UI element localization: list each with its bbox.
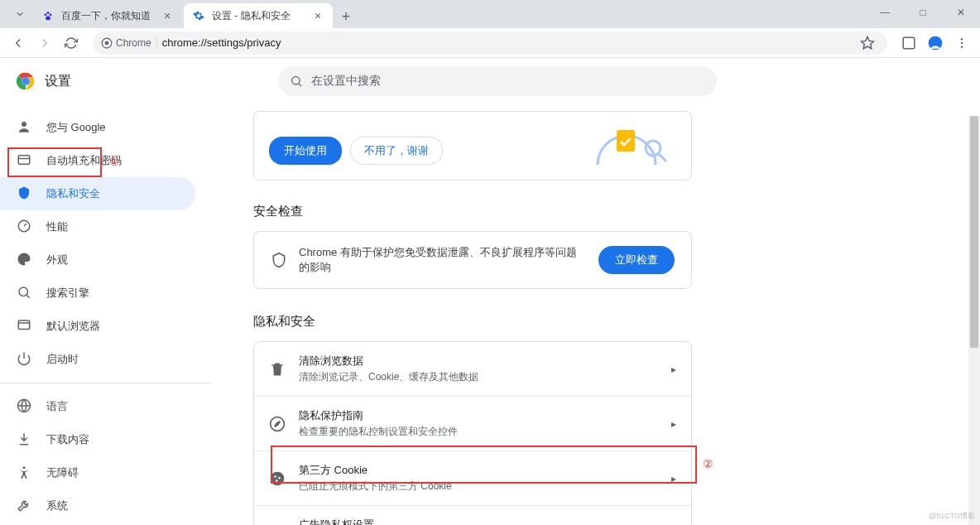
tab-list-dropdown[interactable] bbox=[10, 4, 30, 24]
sidebar-item-power[interactable]: 启动时 bbox=[0, 343, 195, 376]
search-placeholder: 在设置中搜索 bbox=[311, 74, 381, 89]
svg-point-16 bbox=[22, 78, 29, 84]
chevron-right-icon: ▸ bbox=[671, 364, 676, 375]
tab-settings[interactable]: 设置 - 隐私和安全 × bbox=[184, 3, 333, 28]
svg-point-40 bbox=[278, 476, 281, 479]
bookmark-star-icon[interactable] bbox=[856, 31, 879, 55]
svg-rect-33 bbox=[617, 130, 635, 152]
sidebar-item-label: 默认浏览器 bbox=[46, 319, 100, 334]
annotation-label-1: ① bbox=[109, 155, 120, 169]
kebab-menu-button[interactable] bbox=[950, 31, 973, 55]
privacy-row-compass[interactable]: 隐私保护指南检查重要的隐私控制设置和安全控件▸ bbox=[254, 397, 691, 451]
privacy-list: 清除浏览数据清除浏览记录、Cookie、缓存及其他数据▸隐私保护指南检查重要的隐… bbox=[253, 341, 692, 525]
safety-check-button[interactable]: 立即检查 bbox=[598, 246, 675, 274]
settings-header: 设置 在设置中搜索 bbox=[0, 58, 980, 104]
sidebar-item-label: 您与 Google bbox=[46, 120, 106, 135]
sidebar-item-browser[interactable]: 默认浏览器 bbox=[0, 310, 195, 343]
sidebar-item-autofill[interactable]: 自动填充和密码 bbox=[0, 144, 195, 177]
minimize-button[interactable]: ― bbox=[866, 0, 904, 25]
sidebar-item-label: 隐私和安全 bbox=[46, 186, 100, 201]
chrome-logo-icon bbox=[17, 72, 35, 90]
svg-point-24 bbox=[19, 287, 28, 296]
settings-content[interactable]: 开始使用 不用了，谢谢 安全检查 Chrome 有助于保护您免受数据泄露、不良扩… bbox=[212, 58, 980, 525]
maximize-button[interactable]: □ bbox=[904, 0, 942, 25]
settings-search[interactable]: 在设置中搜索 bbox=[278, 66, 717, 96]
shield-icon bbox=[17, 185, 31, 203]
speed-icon bbox=[17, 219, 31, 236]
svg-point-30 bbox=[23, 466, 26, 469]
svg-point-11 bbox=[961, 41, 963, 43]
annotation-label-2: ② bbox=[703, 457, 713, 471]
privacy-row-cookie[interactable]: 第三方 Cookie已阻止无痕模式下的第三方 Cookie▸ bbox=[254, 451, 691, 506]
sidebar-item-label: 无障碍 bbox=[46, 465, 79, 480]
tab-title: 百度一下，你就知道 bbox=[61, 9, 161, 23]
tab-close-icon[interactable]: × bbox=[311, 9, 324, 22]
row-desc: 检查重要的隐私控制设置和安全控件 bbox=[299, 425, 658, 439]
privacy-row-ads[interactable]: 广告隐私权设置自定义要让网站使用什么信息向您展示广告▸ bbox=[254, 506, 691, 525]
tab-bar: 百度一下，你就知道 × 设置 - 隐私和安全 × + ― □ ✕ bbox=[0, 0, 980, 28]
palette-icon bbox=[17, 252, 31, 269]
back-button[interactable] bbox=[7, 31, 30, 55]
baidu-favicon-icon bbox=[41, 9, 55, 22]
row-title: 隐私保护指南 bbox=[299, 408, 658, 423]
settings-sidebar: 您与 Google自动填充和密码隐私和安全性能外观搜索引擎默认浏览器启动时语言下… bbox=[0, 58, 212, 525]
sidebar-item-download[interactable]: 下载内容 bbox=[0, 423, 195, 456]
svg-rect-26 bbox=[18, 320, 30, 330]
svg-point-39 bbox=[274, 475, 276, 478]
globe-icon bbox=[17, 398, 31, 416]
watermark: @51CTO博客 bbox=[929, 511, 975, 522]
sidebar-item-speed[interactable]: 性能 bbox=[0, 210, 195, 243]
close-window-button[interactable]: ✕ bbox=[942, 0, 980, 25]
svg-line-25 bbox=[26, 295, 29, 297]
row-title: 广告隐私权设置 bbox=[299, 518, 658, 525]
power-icon bbox=[17, 351, 31, 368]
sidebar-item-search[interactable]: 搜索引擎 bbox=[0, 277, 195, 310]
row-title: 第三方 Cookie bbox=[299, 463, 658, 478]
svg-point-0 bbox=[45, 13, 47, 16]
browser-icon bbox=[17, 318, 31, 335]
sidebar-item-label: 下载内容 bbox=[46, 432, 89, 447]
window-controls: ― □ ✕ bbox=[866, 0, 980, 25]
svg-point-10 bbox=[961, 38, 963, 40]
svg-point-3 bbox=[46, 17, 50, 21]
sidebar-item-label: 性能 bbox=[46, 219, 68, 234]
promo-start-button[interactable]: 开始使用 bbox=[269, 137, 342, 165]
sidebar-item-wrench[interactable]: 系统 bbox=[0, 489, 195, 523]
sidebar-item-user[interactable]: 您与 Google bbox=[0, 111, 195, 144]
sidebar-item-label: 系统 bbox=[46, 499, 68, 513]
tab-title: 设置 - 隐私和安全 bbox=[212, 9, 311, 23]
gear-favicon-icon bbox=[192, 9, 205, 22]
privacy-row-trash[interactable]: 清除浏览数据清除浏览记录、Cookie、缓存及其他数据▸ bbox=[254, 342, 691, 397]
sidebar-item-accessibility[interactable]: 无障碍 bbox=[0, 456, 195, 489]
scrollbar-thumb[interactable] bbox=[970, 116, 978, 348]
wrench-icon bbox=[17, 498, 31, 515]
reload-button[interactable] bbox=[60, 31, 83, 55]
extensions-button[interactable] bbox=[897, 31, 920, 55]
search-icon bbox=[17, 285, 31, 302]
profile-button[interactable] bbox=[924, 31, 947, 55]
svg-point-12 bbox=[961, 46, 963, 47]
browser-toolbar: Chrome chrome://settings/privacy bbox=[0, 28, 980, 58]
cookie-icon bbox=[269, 470, 286, 487]
autofill-icon bbox=[17, 152, 31, 170]
address-bar[interactable]: Chrome chrome://settings/privacy bbox=[93, 31, 887, 55]
scrollbar-track[interactable] bbox=[968, 116, 980, 525]
row-desc: 清除浏览记录、Cookie、缓存及其他数据 bbox=[299, 370, 658, 384]
sidebar-item-shield[interactable]: 隐私和安全 bbox=[0, 177, 195, 210]
safety-check-card: Chrome 有助于保护您免受数据泄露、不良扩展程序等问题的影响 立即检查 bbox=[253, 231, 692, 289]
tab-baidu[interactable]: 百度一下，你就知道 × bbox=[33, 3, 182, 28]
svg-marker-6 bbox=[862, 36, 874, 48]
svg-point-19 bbox=[22, 122, 26, 127]
promo-dismiss-button[interactable]: 不用了，谢谢 bbox=[350, 137, 443, 165]
tab-close-icon[interactable]: × bbox=[161, 9, 174, 22]
safety-check-text: Chrome 有助于保护您免受数据泄露、不良扩展程序等问题的影响 bbox=[299, 245, 587, 275]
svg-point-2 bbox=[49, 13, 51, 16]
svg-point-38 bbox=[271, 471, 285, 485]
forward-button[interactable] bbox=[33, 31, 56, 55]
new-tab-button[interactable]: + bbox=[334, 5, 358, 28]
chevron-right-icon: ▸ bbox=[671, 473, 676, 484]
sidebar-item-globe[interactable]: 语言 bbox=[0, 390, 195, 423]
sidebar-item-palette[interactable]: 外观 bbox=[0, 243, 195, 277]
svg-point-41 bbox=[276, 479, 278, 482]
sidebar-item-label: 外观 bbox=[46, 253, 68, 267]
